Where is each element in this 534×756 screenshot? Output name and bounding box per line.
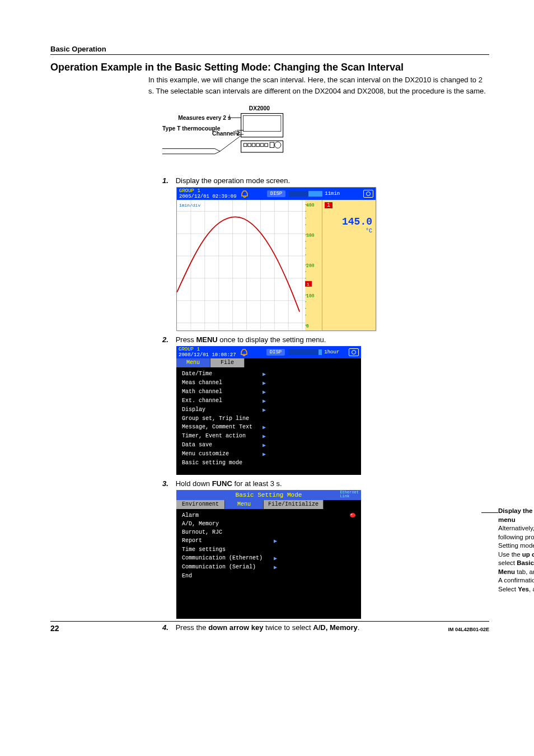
svg-text:1min/div: 1min/div bbox=[179, 203, 200, 208]
menu-item-label: Basic setting mode bbox=[182, 460, 242, 466]
menu-item[interactable]: Report▶ bbox=[182, 536, 277, 545]
step-1-text: Display the operation mode screen. bbox=[176, 176, 291, 185]
screenshot-1: GROUP 1 2005/12/01 02:39:09 DISP 11min bbox=[176, 187, 489, 331]
svg-text:Type T thermocouple: Type T thermocouple bbox=[162, 125, 221, 132]
menu-item[interactable]: Date/Time▶ bbox=[182, 370, 266, 379]
scr3-title: Basic Setting Mode bbox=[236, 492, 302, 498]
menu-item[interactable]: Ext. channel▶ bbox=[182, 396, 266, 405]
side-note: Display the basic setting mode menu Alte… bbox=[498, 507, 534, 594]
menu-item[interactable]: Burnout, RJC bbox=[182, 528, 277, 536]
menu-item-label: Message, Comment Text bbox=[182, 424, 252, 431]
menu-item[interactable]: Basic setting mode bbox=[182, 459, 266, 467]
menu-item[interactable]: A/D, Memory bbox=[182, 520, 277, 528]
submenu-arrow-icon: ▶ bbox=[263, 442, 266, 449]
svg-rect-2 bbox=[243, 115, 281, 131]
section-header: Basic Operation bbox=[50, 45, 489, 55]
menu-item-label: A/D, Memory bbox=[182, 521, 219, 527]
menu-item[interactable]: Time settings bbox=[182, 545, 277, 554]
menu-item[interactable]: Timer, Event action▶ bbox=[182, 432, 266, 441]
step-3: 3. Hold down FUNC for at least 3 s. bbox=[162, 479, 489, 488]
menu-item[interactable]: Menu customize▶ bbox=[182, 450, 266, 459]
menu-item[interactable]: Communication (Ethernet)▶ bbox=[182, 554, 277, 563]
step-2: 2. Press MENU once to display the settin… bbox=[162, 335, 489, 344]
scr2-time-label: 1hour bbox=[324, 349, 339, 355]
svg-text:0: 0 bbox=[306, 324, 309, 329]
tab-environment[interactable]: Environment bbox=[176, 500, 225, 509]
svg-text:400: 400 bbox=[306, 203, 315, 208]
menu-item[interactable]: Display▶ bbox=[182, 405, 266, 414]
submenu-arrow-icon: ▶ bbox=[263, 433, 266, 440]
diagram-svg: DX2000 Measures eve bbox=[162, 102, 330, 169]
menu-item-label: Report bbox=[182, 538, 202, 544]
step-3-post: for at least 3 s. bbox=[232, 479, 282, 488]
svg-text:DX2000: DX2000 bbox=[249, 105, 270, 111]
svg-text:Measures every 2 s: Measures every 2 s bbox=[178, 115, 231, 121]
scr1-group: GROUP 1 bbox=[179, 189, 237, 194]
scr2-disp-tag: DISP bbox=[266, 349, 285, 356]
menu-item[interactable]: End bbox=[182, 572, 277, 580]
svg-rect-10 bbox=[270, 142, 274, 147]
menu-item[interactable]: Group set, Trip line bbox=[182, 414, 266, 423]
svg-point-11 bbox=[275, 142, 281, 148]
svg-text:Channel 2: Channel 2 bbox=[212, 130, 240, 137]
tab-file[interactable]: File bbox=[210, 358, 245, 367]
submenu-arrow-icon: ▶ bbox=[274, 555, 277, 562]
svg-text:300: 300 bbox=[306, 233, 315, 238]
sn-text: , and press bbox=[529, 586, 534, 592]
tab-menu[interactable]: Menu bbox=[176, 358, 210, 367]
menu-item[interactable]: Alarm bbox=[182, 511, 277, 520]
svg-rect-6 bbox=[252, 143, 255, 147]
scr1-unit: °C bbox=[366, 228, 372, 234]
submenu-arrow-icon: ▶ bbox=[263, 451, 266, 458]
menu-item-label: End bbox=[182, 573, 192, 579]
intro-paragraph: In this example, we will change the scan… bbox=[148, 74, 489, 96]
submenu-arrow-icon: ▶ bbox=[274, 564, 277, 571]
scr1-disp-tag: DISP bbox=[267, 190, 286, 197]
page-footer: 22 IM 04L42B01-02E bbox=[50, 621, 489, 633]
menu-item[interactable]: Math channel▶ bbox=[182, 388, 266, 396]
svg-text:100: 100 bbox=[306, 293, 315, 298]
svg-rect-8 bbox=[260, 143, 264, 147]
callout-line bbox=[481, 512, 498, 513]
menu-item-label: Timer, Event action bbox=[182, 433, 246, 440]
tab-menu[interactable]: Menu bbox=[225, 500, 264, 509]
scr2-datetime: 2008/12/01 10:08:27 bbox=[179, 352, 236, 358]
trend-graph: 1min/div 400 300 200 100 0 bbox=[177, 200, 322, 330]
submenu-arrow-icon: ▶ bbox=[263, 380, 266, 386]
camera-icon bbox=[363, 190, 373, 198]
menu-item-label: Data save bbox=[182, 442, 212, 449]
svg-line-16 bbox=[220, 136, 241, 151]
step-3-pre: Hold down bbox=[176, 479, 212, 488]
menu-item-label: Time settings bbox=[182, 547, 226, 553]
svg-rect-4 bbox=[243, 143, 247, 147]
tab-file-initialize[interactable]: File/Initialize bbox=[264, 500, 324, 509]
screenshot-2: GROUP 1 2008/12/01 10:08:27 DISP 1hour M… bbox=[176, 346, 489, 475]
svg-text:1: 1 bbox=[307, 282, 310, 287]
side-note-line1: Alternatively, you can execute the follo… bbox=[498, 524, 534, 550]
menu-item[interactable]: Data save▶ bbox=[182, 441, 266, 450]
progress-bar-icon bbox=[288, 349, 322, 355]
menu-item-label: Alarm bbox=[182, 512, 199, 519]
alarm-icon bbox=[240, 348, 250, 356]
svg-rect-1 bbox=[241, 114, 283, 137]
alarm-icon bbox=[240, 190, 250, 198]
step-2-post: once to display the setting menu. bbox=[218, 335, 326, 344]
menu-item[interactable]: Message, Comment Text▶ bbox=[182, 423, 266, 432]
side-note-title: Display the basic setting mode menu bbox=[498, 507, 534, 524]
page-title: Operation Example in the Basic Setting M… bbox=[50, 62, 489, 73]
svg-line-14 bbox=[215, 148, 220, 151]
menu-item[interactable]: Meas channel▶ bbox=[182, 379, 266, 388]
sn-key: Yes bbox=[518, 586, 529, 592]
step-1-num: 1. bbox=[162, 176, 174, 185]
channel-badge: 1 bbox=[325, 202, 332, 208]
step-1: 1. Display the operation mode screen. bbox=[162, 176, 489, 185]
scr1-value: 145.0 bbox=[342, 217, 372, 227]
sn-key: Menu bbox=[498, 568, 515, 575]
svg-point-68 bbox=[351, 514, 353, 515]
scr1-datetime: 2005/12/01 02:39:09 bbox=[179, 194, 237, 199]
svg-point-67 bbox=[350, 513, 355, 517]
ethernet-link-label: EthernetLink bbox=[340, 491, 359, 498]
sn-key: Basic setting mode bbox=[517, 559, 534, 566]
menu-item[interactable]: Communication (Serial)▶ bbox=[182, 563, 277, 572]
screenshot-3: Basic Setting Mode EthernetLink Environm… bbox=[176, 490, 489, 619]
